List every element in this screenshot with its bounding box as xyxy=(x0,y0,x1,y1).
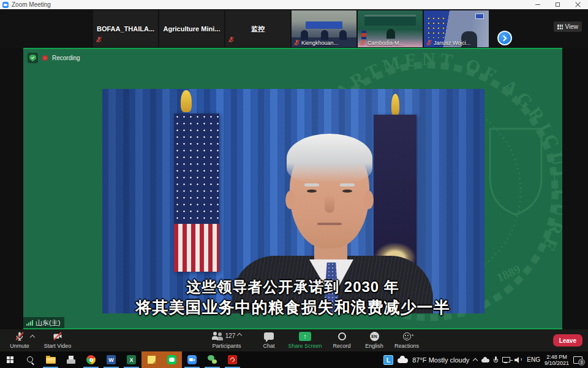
mic-muted-icon xyxy=(360,39,366,46)
taskbar-scanner-app[interactable] xyxy=(61,351,81,368)
attendee-silhouette xyxy=(321,30,328,40)
interpretation-button[interactable]: EN English xyxy=(360,331,388,350)
participant-name: BOFAA_THAILA... xyxy=(93,10,158,47)
leave-button[interactable]: Leave xyxy=(553,334,582,347)
reactions-button[interactable]: + Reactions xyxy=(391,331,423,350)
meeting-room-banner xyxy=(306,21,342,29)
thumbnail-agriculture-ministry[interactable]: Agriculture Mini... xyxy=(159,10,224,47)
thumbnail-janusz-video[interactable]: Janusz Wojci... xyxy=(424,10,489,47)
taskbar-wechat[interactable] xyxy=(202,351,222,368)
onedrive-icon[interactable] xyxy=(481,359,489,362)
speaker-ear xyxy=(285,191,295,209)
thumbnail-bofaa[interactable]: BOFAA_THAILA... xyxy=(93,10,158,47)
participant-name-row: Cambodia-M... xyxy=(360,39,404,46)
action-center-icon[interactable]: 3 xyxy=(573,356,583,364)
line-icon xyxy=(167,355,176,364)
participants-button[interactable]: 127 Participants xyxy=(202,331,251,350)
record-icon xyxy=(338,331,346,341)
acrobat-icon xyxy=(228,355,237,364)
microphone-tray-icon[interactable] xyxy=(494,356,498,364)
maximize-button[interactable] xyxy=(548,0,568,9)
cambodia-flag xyxy=(361,31,366,39)
active-speaker-label: 山东(主) xyxy=(23,317,64,328)
camera-off-icon xyxy=(53,331,62,341)
title-bar: Zoom Meeting xyxy=(0,0,588,9)
participant-name-row: Janusz Wojci... xyxy=(426,39,470,46)
weather-text[interactable]: 87°F Mostly cloudy xyxy=(412,356,469,364)
start-button[interactable] xyxy=(0,351,20,368)
next-page-button[interactable] xyxy=(497,31,512,45)
system-tray: L 87°F Mostly cloudy ENG 2:48 PM 9/10/20… xyxy=(383,351,587,368)
taskbar-excel[interactable]: X xyxy=(121,351,141,368)
mic-muted-icon xyxy=(96,34,102,45)
speaker-eye xyxy=(307,190,317,193)
usda-flag-finial xyxy=(391,94,399,116)
start-video-button[interactable]: Start Video xyxy=(39,331,76,350)
unmute-button[interactable]: Unmute xyxy=(5,331,34,350)
speaker-ear xyxy=(364,191,374,209)
unmute-label: Unmute xyxy=(10,343,29,349)
recording-indicator: Recording xyxy=(28,53,80,63)
l-app-tray-icon[interactable]: L xyxy=(383,355,393,365)
eu-flag-stars xyxy=(426,16,446,38)
participant-name-row: Kiengkhouan... xyxy=(293,39,338,46)
grid-view-icon xyxy=(557,25,563,29)
minimize-button[interactable] xyxy=(527,0,548,9)
recording-label: Recording xyxy=(52,55,80,61)
participant-name: 监控 xyxy=(225,10,290,47)
taskbar-line[interactable] xyxy=(162,351,182,368)
participants-chevron[interactable] xyxy=(237,333,242,338)
share-screen-button[interactable]: ↑ Share Screen xyxy=(279,331,331,350)
us-flag xyxy=(174,113,219,272)
meeting-toolbar: Unmute Start Video 127 Participants Chat… xyxy=(0,329,588,351)
taskbar-zoom[interactable] xyxy=(182,351,202,368)
us-flag-stripes xyxy=(174,224,219,272)
reactions-label: Reactions xyxy=(394,343,419,349)
participants-icon xyxy=(212,331,223,340)
zoom-camera-icon xyxy=(2,2,9,8)
participants-label: Participants xyxy=(212,343,241,349)
taskbar-word[interactable]: W xyxy=(101,351,121,368)
weather-cloud-icon xyxy=(398,358,408,363)
clock[interactable]: 2:48 PM 9/10/2021 xyxy=(545,354,569,366)
tray-overflow-chevron[interactable] xyxy=(473,358,478,363)
speaker-mouth xyxy=(317,223,342,225)
taskbar-sticky-notes[interactable] xyxy=(141,351,162,368)
input-language[interactable]: ENG xyxy=(527,356,540,363)
folder-icon xyxy=(46,357,56,364)
share-screen-label: Share Screen xyxy=(288,343,322,349)
taskbar-chrome[interactable] xyxy=(81,351,101,368)
security-shield-icon[interactable] xyxy=(28,53,38,63)
view-button[interactable]: View xyxy=(554,21,582,32)
search-icon xyxy=(26,356,34,364)
participant-name: Agriculture Mini... xyxy=(159,10,224,47)
eu-logo xyxy=(475,13,484,19)
tray-date: 9/10/2021 xyxy=(545,360,569,366)
network-icon[interactable] xyxy=(502,356,510,363)
chrome-icon xyxy=(86,355,96,364)
mic-muted-icon xyxy=(426,39,432,46)
close-button[interactable] xyxy=(568,0,588,9)
volume-icon[interactable] xyxy=(514,356,522,364)
language-en-icon: EN xyxy=(370,332,379,341)
thumbnail-monitor[interactable]: 监控 xyxy=(225,10,290,47)
chat-button[interactable]: Chat xyxy=(257,331,281,350)
thumbnail-cambodia-video[interactable]: Cambodia-M... xyxy=(358,10,423,47)
minimize-icon xyxy=(535,4,540,5)
view-label: View xyxy=(565,23,579,30)
record-button[interactable]: Record xyxy=(328,331,356,350)
speaker-hair xyxy=(287,134,372,183)
taskbar-search-button[interactable] xyxy=(20,351,40,368)
speaker-eye xyxy=(342,190,352,193)
participant-name: Cambodia-M... xyxy=(368,40,404,46)
close-icon xyxy=(575,2,581,7)
zoom-meeting-window: Zoom Meeting BOFAA_THAILA... Agriculture… xyxy=(0,0,588,368)
thumbnail-kiengkhouan-video[interactable]: Kiengkhouan... xyxy=(292,10,356,47)
windows-logo-icon xyxy=(7,356,14,364)
taskbar-file-explorer[interactable] xyxy=(40,351,61,368)
mic-off-icon xyxy=(15,331,24,341)
start-video-label: Start Video xyxy=(44,343,71,349)
speaker-face xyxy=(290,138,369,248)
taskbar-acrobat[interactable] xyxy=(222,351,243,368)
participant-filmstrip: BOFAA_THAILA... Agriculture Mini... 监控 K… xyxy=(0,9,588,48)
